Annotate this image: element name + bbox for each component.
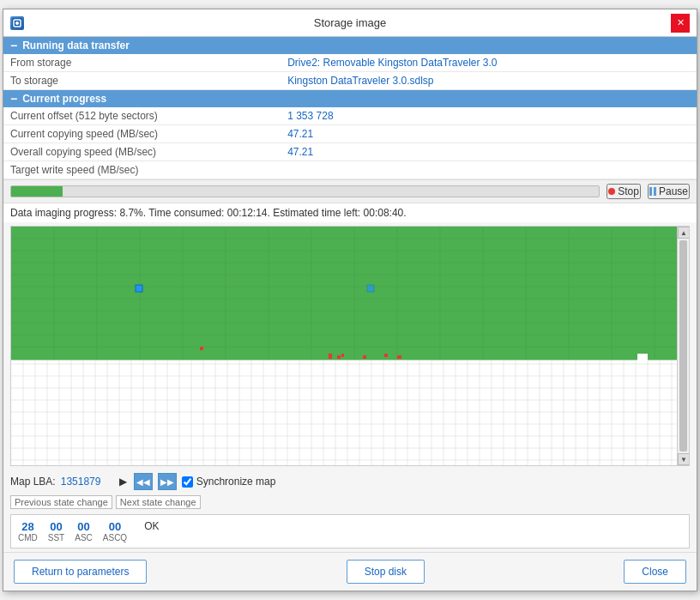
progress-bar-row: Stop Pause (3, 179, 697, 203)
sync-map-label: Synchronize map (182, 476, 276, 488)
stop-label: Stop (618, 185, 639, 197)
cmd-value-3: 00 (109, 520, 121, 533)
cmd-label-1: SST (48, 533, 64, 542)
offset-label: Current offset (512 byte sectors) (3, 107, 281, 125)
target-speed-value (281, 161, 697, 179)
from-storage-row: From storage Drive2: Removable Kingston … (3, 54, 697, 72)
map-prev-button[interactable]: ◀◀ (134, 473, 153, 490)
progress-section-title: Current progress (22, 93, 106, 105)
map-visualization (11, 227, 689, 465)
stop-disk-button[interactable]: Stop disk (347, 560, 425, 584)
titlebar-left (10, 16, 24, 30)
current-speed-row: Current copying speed (MB/sec) 47.21 (3, 125, 697, 143)
cmd-cell-3: 00 ASCQ (103, 520, 127, 542)
cmd-cell-0: 28 CMD (18, 520, 38, 542)
map-next-button[interactable]: ▶▶ (158, 473, 177, 490)
svg-point-2 (15, 21, 19, 25)
map-play-button[interactable]: ▶ (118, 476, 129, 488)
pause-label: Pause (659, 185, 688, 197)
cmd-value-0: 28 (21, 520, 33, 533)
progress-section-header: − Current progress (3, 90, 697, 107)
scroll-down-button[interactable]: ▼ (678, 453, 690, 465)
cmd-label-3: ASCQ (103, 533, 127, 542)
svg-rect-38 (637, 354, 648, 361)
cmd-area: 28 CMD 00 SST 00 ASC 00 ASCQ OK (10, 514, 690, 548)
stop-button[interactable]: Stop (606, 184, 641, 199)
from-storage-label: From storage (3, 54, 281, 72)
progress-controls: Stop Pause (606, 184, 690, 199)
svg-rect-30 (367, 285, 374, 292)
running-section-header: − Running data transfer (3, 37, 697, 54)
cmd-label-0: CMD (18, 533, 38, 542)
to-storage-value: Kingston DataTraveler 3.0.sdlsp (281, 72, 697, 90)
svg-rect-3 (11, 227, 689, 361)
close-window-button[interactable]: ✕ (671, 14, 690, 33)
target-speed-row: Target write speed (MB/sec) (3, 161, 697, 179)
sync-map-checkbox[interactable] (182, 476, 193, 488)
svg-rect-32 (329, 354, 332, 359)
cmd-cell-2: 00 ASC (75, 520, 93, 542)
map-lba-value: 1351879 (61, 476, 112, 488)
collapse-running-icon: − (10, 39, 17, 52)
svg-rect-37 (397, 355, 401, 359)
collapse-progress-icon: − (10, 93, 17, 105)
return-to-parameters-button[interactable]: Return to parameters (14, 560, 147, 584)
titlebar: Storage image ✕ (3, 9, 697, 37)
map-controls: Map LBA: 1351879 ▶ ◀◀ ▶▶ Synchronize map (3, 470, 697, 494)
pause-icon (649, 187, 656, 196)
next-state-change-label: Next state change (116, 495, 201, 509)
cmd-row: 28 CMD 00 SST 00 ASC 00 ASCQ OK (18, 520, 682, 542)
offset-value: 1 353 728 (281, 107, 697, 125)
target-speed-label: Target write speed (MB/sec) (3, 161, 281, 179)
stop-icon (608, 188, 615, 195)
running-section-body: From storage Drive2: Removable Kingston … (3, 54, 697, 90)
overall-speed-label: Overall copying speed (MB/sec) (3, 143, 281, 161)
svg-rect-36 (384, 354, 388, 357)
progress-info-table: Current offset (512 byte sectors) 1 353 … (3, 107, 697, 179)
cmd-label-2: ASC (75, 533, 93, 542)
main-window: Storage image ✕ − Running data transfer … (3, 9, 697, 591)
sync-map-text: Synchronize map (196, 476, 276, 488)
map-area: ▲ ▼ (10, 226, 690, 466)
overall-speed-row: Overall copying speed (MB/sec) 47.21 (3, 143, 697, 161)
offset-row: Current offset (512 byte sectors) 1 353 … (3, 107, 697, 125)
cmd-value-2: 00 (77, 520, 89, 533)
map-scrollbar[interactable]: ▲ ▼ (677, 227, 689, 465)
pause-button[interactable]: Pause (648, 184, 690, 199)
svg-rect-35 (363, 355, 366, 359)
overall-speed-value: 47.21 (281, 143, 697, 161)
scroll-thumb[interactable] (679, 240, 687, 452)
state-change-row: Previous state change Next state change (3, 494, 697, 511)
current-speed-label: Current copying speed (MB/sec) (3, 125, 281, 143)
footer-buttons: Return to parameters Stop disk Close (3, 552, 697, 591)
cmd-value-1: 00 (50, 520, 62, 533)
svg-rect-29 (136, 285, 142, 292)
progress-bar-outer (10, 185, 600, 197)
progress-bar-inner (11, 186, 63, 197)
to-storage-label: To storage (3, 72, 281, 90)
scroll-up-button[interactable]: ▲ (678, 227, 690, 239)
prev-state-change-label: Previous state change (10, 495, 112, 509)
cmd-cell-1: 00 SST (48, 520, 64, 542)
running-section-title: Running data transfer (22, 39, 130, 52)
running-info-table: From storage Drive2: Removable Kingston … (3, 54, 697, 90)
progress-section-body: Current offset (512 byte sectors) 1 353 … (3, 107, 697, 179)
cmd-status: OK (144, 520, 159, 532)
current-speed-value: 47.21 (281, 125, 697, 143)
from-storage-value: Drive2: Removable Kingston DataTraveler … (281, 54, 697, 72)
close-button[interactable]: Close (624, 560, 686, 584)
to-storage-row: To storage Kingston DataTraveler 3.0.sdl… (3, 72, 697, 90)
svg-rect-31 (200, 347, 203, 350)
progress-text: Data imaging progress: 8.7%. Time consum… (3, 203, 697, 222)
app-icon (10, 16, 24, 30)
window-title: Storage image (314, 16, 387, 29)
svg-rect-33 (337, 355, 341, 359)
map-lba-label: Map LBA: (10, 476, 56, 488)
svg-rect-34 (341, 354, 344, 357)
